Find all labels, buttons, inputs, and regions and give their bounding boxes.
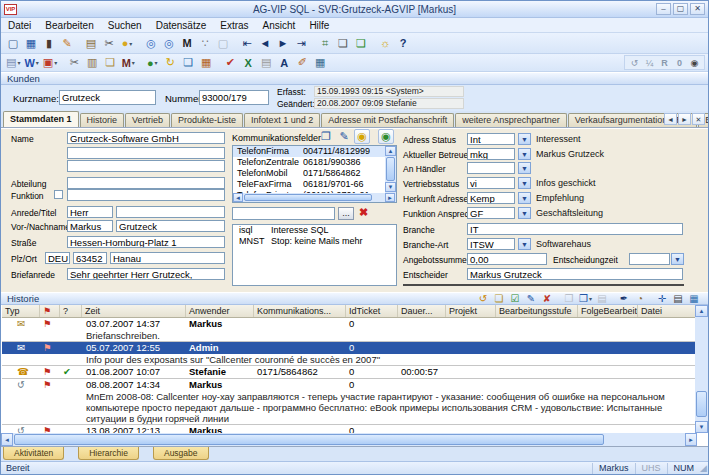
grid-col-11[interactable]: Datei xyxy=(638,305,696,317)
clipboard-icon[interactable]: ▤ xyxy=(83,36,99,51)
dropdown-caret-icon[interactable]: ▾ xyxy=(132,59,135,66)
briefanrede-field[interactable]: Sehr geehrter Herr Grutzeck, xyxy=(67,268,225,280)
history-row[interactable]: ☎⚑✔01.08.2007 10:07Stefanie0171/58648620… xyxy=(2,366,696,378)
name-field-1[interactable]: Grutzeck-Software GmbH xyxy=(67,132,225,144)
kommunikation-entry[interactable]: TelefonMobil0171/5864862 xyxy=(233,168,385,179)
grid-col-6[interactable]: IdTicket xyxy=(346,305,398,317)
search-icon[interactable]: ◎ xyxy=(161,36,177,51)
right-field-1[interactable]: mkg xyxy=(467,148,515,160)
selection-code-entry[interactable]: isqlInteresse SQL xyxy=(233,225,396,236)
save-icon[interactable]: ▦ xyxy=(23,36,39,51)
cut-icon[interactable]: ✂ xyxy=(101,36,117,51)
titel-field[interactable] xyxy=(116,206,225,218)
zoom-out-icon[interactable]: ◎ xyxy=(143,36,159,51)
h-wrench-icon[interactable]: ✛ xyxy=(655,293,669,305)
delete-entry-icon[interactable]: ✖ xyxy=(359,206,368,219)
help-icon[interactable]: ? xyxy=(395,36,411,51)
tab-produkte-liste[interactable]: Produkte-Liste xyxy=(171,113,243,127)
dropdown-caret-icon[interactable]: ▾ xyxy=(589,295,592,302)
h-approve-icon[interactable]: ☑ xyxy=(508,293,522,305)
h-paste-dis-icon[interactable]: ▤ xyxy=(595,293,609,305)
bottom-tab-aktivitäten[interactable]: Aktivitäten xyxy=(3,447,64,460)
s-book-icon[interactable]: ▥ xyxy=(84,55,100,70)
selection-codes-list[interactable]: isqlInteresse SQLMNSTStop: keine Mails m… xyxy=(232,224,397,286)
ort-field[interactable]: Hanau xyxy=(110,252,225,264)
h-refresh-icon[interactable]: ↺ xyxy=(476,293,490,305)
tab-weitere-ansprechpartner[interactable]: weitere Ansprechpartner xyxy=(455,113,567,127)
bottom-tab-ausgabe[interactable]: Ausgabe xyxy=(153,447,209,460)
combo-arrow-icon-5[interactable]: ▼ xyxy=(518,207,531,219)
anrede-field[interactable]: Herr xyxy=(67,206,113,218)
grid-col-3[interactable]: Zeit xyxy=(82,305,186,317)
combo-arrow-icon-7[interactable]: ▼ xyxy=(518,238,531,250)
letter-R-icon[interactable]: R xyxy=(658,55,671,70)
database-icon[interactable]: ▮ xyxy=(41,36,57,51)
k-dial-g-icon[interactable]: ◉ xyxy=(378,129,394,144)
komm-scroll-down-icon[interactable]: ▼ xyxy=(385,182,396,192)
komm-scroll-up-icon[interactable]: ▲ xyxy=(385,146,396,156)
undo-icon[interactable]: ↺ xyxy=(628,55,641,70)
combo-arrow-icon-0[interactable]: ▼ xyxy=(518,133,531,145)
dropdown-caret-icon[interactable]: ▾ xyxy=(36,59,39,66)
scroll-down-icon[interactable]: ▼ xyxy=(695,421,708,433)
nav-last-icon[interactable]: ⇥ xyxy=(293,36,309,51)
plz-field[interactable]: 63452 xyxy=(73,252,107,264)
h-copy-dis-icon[interactable]: ❐ xyxy=(562,293,576,305)
s-calendar-icon[interactable]: ▦ xyxy=(198,55,214,70)
grid-col-10[interactable]: FolgeBearbeitu... xyxy=(578,305,638,317)
tip-icon[interactable]: ☼ xyxy=(377,36,393,51)
k-dial-y-icon[interactable]: ◉ xyxy=(354,129,370,144)
s-font-icon[interactable]: A xyxy=(276,55,292,70)
history-row[interactable]: ↺⚑13.08.2007 12:13Markus0 xyxy=(2,425,696,433)
funktion-checkbox[interactable] xyxy=(54,190,63,199)
komm-vscroll-thumb[interactable] xyxy=(386,157,395,181)
nav-prev-icon[interactable]: ◄ xyxy=(257,36,273,51)
s-globe-icon[interactable]: ●▾ xyxy=(144,55,160,70)
selection-code-entry[interactable]: MNSTStop: keine Mails mehr xyxy=(233,236,396,247)
grid-col-7[interactable]: Dauer... xyxy=(398,305,446,317)
h-new-icon[interactable]: ❏ xyxy=(492,293,506,305)
scroll-up-icon[interactable]: ▲ xyxy=(695,305,708,317)
s-acrobat-icon[interactable]: ▣▾ xyxy=(42,55,58,70)
doc-disabled-icon[interactable]: ▢ xyxy=(215,36,231,51)
nachname-field[interactable]: Grutzeck xyxy=(116,220,225,232)
h-pen-icon[interactable]: ✒ xyxy=(617,293,631,305)
s-word-icon[interactable]: W▾ xyxy=(23,55,39,70)
s-notes-icon[interactable]: ▤▾ xyxy=(5,55,21,70)
grid-col-1[interactable]: ⚑ xyxy=(40,305,60,317)
tab-historie[interactable]: Historie xyxy=(80,113,125,127)
right-field-9[interactable]: Markus Grutzeck xyxy=(467,268,683,280)
maximize-button[interactable]: ▢ xyxy=(673,3,688,15)
dropdown-caret-icon[interactable]: ▾ xyxy=(17,59,20,66)
title-bar[interactable]: VIP AG-VIP SQL - SVR:Grutzeck-AGVIP [Mar… xyxy=(1,1,708,18)
komm-hscroll-thumb[interactable] xyxy=(244,194,372,201)
komm-scroll-left-icon[interactable]: ◄ xyxy=(233,193,243,202)
h-edit-icon[interactable]: ✎ xyxy=(524,293,538,305)
grid-col-4[interactable]: Anwender xyxy=(186,305,254,317)
vertical-scroll-thumb[interactable] xyxy=(696,391,707,417)
komm-horizontal-scrollbar[interactable]: ◄► xyxy=(233,193,396,202)
right-field-2[interactable] xyxy=(467,162,515,174)
historie-grid[interactable]: Typ⚑?ZeitAnwenderKommunikations...IdTick… xyxy=(2,305,696,433)
more-options-button[interactable]: ... xyxy=(338,207,354,220)
menu-hilfe[interactable]: Hilfe xyxy=(302,20,336,31)
tab-scroll-left-icon[interactable]: ◄ xyxy=(664,113,677,125)
strasse-field[interactable]: Hessen-Homburg-Platz 1 xyxy=(67,236,225,248)
search-doc-icon[interactable]: ❏ xyxy=(335,36,351,51)
grid-col-0[interactable]: Typ xyxy=(2,305,40,317)
land-field[interactable]: DEU xyxy=(45,252,70,264)
kommunikation-entry[interactable]: TelefonZentrale06181/990386 xyxy=(233,157,385,168)
history-row[interactable]: ✉⚑03.07.2007 14:37Markus0 xyxy=(2,318,696,330)
right-field-3[interactable]: vi xyxy=(467,177,515,189)
kommunikation-input[interactable] xyxy=(232,207,335,220)
scroll-left-icon[interactable]: ◄ xyxy=(1,433,13,446)
right-field-5[interactable]: GF xyxy=(467,207,515,219)
nav-first-icon[interactable]: ⇤ xyxy=(239,36,255,51)
menu-bearbeiten[interactable]: Bearbeiten xyxy=(38,20,100,31)
right-field-6[interactable]: IT xyxy=(467,223,683,235)
s-cut-icon[interactable]: ✂ xyxy=(66,55,82,70)
komm-vertical-scrollbar[interactable]: ▲▼ xyxy=(385,146,396,193)
s-clip-icon[interactable]: ▤ xyxy=(258,55,274,70)
s-mail-icon[interactable]: M▾ xyxy=(120,55,136,70)
s-excel-icon[interactable]: X xyxy=(240,55,256,70)
